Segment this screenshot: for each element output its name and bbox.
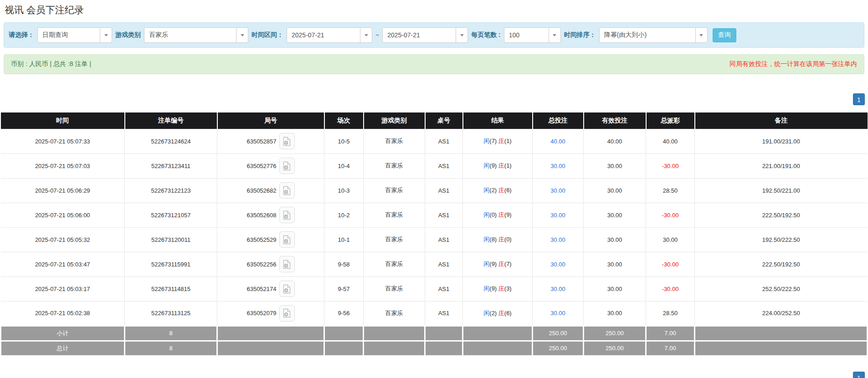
- player-label: 闲: [483, 187, 489, 194]
- round-id-text: 635052857: [247, 138, 276, 145]
- remark-cell: 222.50/192.50: [695, 252, 868, 276]
- query-type-select[interactable]: 日期查询: [37, 27, 112, 43]
- video-file-icon: [283, 186, 291, 195]
- currency-total-text: 币别 : 人民币 | 总共 :8 注单 |: [11, 60, 91, 68]
- player-label: 闲: [483, 138, 489, 144]
- table-row: 2025-07-21 05:07:03 522673123411 6350527…: [1, 153, 868, 178]
- bet-id-cell: 522673121057: [125, 203, 217, 227]
- subtotal-row: 小计 8 250.00 250.00 7.00: [1, 326, 868, 341]
- game-type-select[interactable]: 百家乐: [144, 27, 248, 43]
- bet-records-table: 时间 注单编号 局号 场次 游戏类别 桌号 结果 总投注 有效投注 总派彩 备注…: [0, 112, 868, 357]
- page-size-value: 100: [504, 31, 549, 39]
- video-replay-button[interactable]: [279, 133, 295, 149]
- banker-count: (6): [504, 310, 512, 317]
- total-bet-link[interactable]: 30.00: [533, 203, 584, 227]
- player-count: (9): [489, 285, 497, 292]
- page-size-select[interactable]: 100: [504, 27, 561, 43]
- date-to-caret-zone[interactable]: [456, 28, 467, 42]
- search-button[interactable]: 查询: [713, 28, 736, 42]
- video-replay-button[interactable]: [279, 256, 295, 272]
- total-bet-link[interactable]: 30.00: [533, 227, 584, 252]
- table-row: 2025-07-21 05:07:33 522673124624 6350528…: [1, 129, 868, 153]
- time-sort-select[interactable]: 降幂(由大到小): [599, 27, 708, 43]
- date-to-select[interactable]: 2025-07-21: [382, 27, 468, 43]
- payout-cell: 40.00: [646, 129, 695, 153]
- game-type-value: 百家乐: [144, 31, 236, 39]
- remark-cell: 192.50/222.50: [695, 227, 868, 252]
- table-no-cell: AS1: [425, 301, 463, 326]
- chevron-down-icon: [104, 34, 108, 36]
- result-cell: 闲(9) 庄(3): [463, 276, 533, 301]
- remark-cell: 222.50/192.50: [695, 203, 868, 227]
- valid-bet-cell: 30.00: [584, 276, 646, 301]
- player-count: (2): [489, 310, 497, 317]
- time-sort-caret-zone[interactable]: [695, 28, 707, 42]
- chevron-down-icon: [699, 34, 703, 36]
- video-replay-button[interactable]: [279, 207, 295, 223]
- empty-cell: [425, 341, 463, 356]
- table-no-cell: AS1: [425, 129, 463, 153]
- table-footer: 小计 8 250.00 250.00 7.00 总计 8 250.00 250.…: [1, 326, 868, 356]
- chevron-down-icon: [241, 34, 244, 36]
- total-bet-link[interactable]: 30.00: [533, 301, 584, 326]
- payout-cell: -30.00: [646, 276, 695, 301]
- payout-cell: -30.00: [646, 252, 695, 276]
- remark-cell: 224.00/252.50: [695, 301, 868, 326]
- session-cell: 10-4: [324, 153, 364, 178]
- game-type-cell: 百家乐: [364, 301, 425, 326]
- payout-cell: 30.00: [646, 227, 695, 252]
- video-replay-button[interactable]: [279, 281, 295, 297]
- empty-cell: [425, 326, 463, 341]
- table-no-cell: AS1: [425, 227, 463, 252]
- video-replay-button[interactable]: [279, 305, 295, 322]
- total-bet-link[interactable]: 30.00: [533, 252, 584, 276]
- total-bet-link[interactable]: 30.00: [533, 178, 584, 203]
- subtotal-valid-bet: 250.00: [584, 326, 646, 341]
- payout-cell: -30.00: [646, 203, 695, 227]
- banker-label: 庄: [498, 138, 504, 144]
- bet-id-cell: 522673123411: [125, 153, 217, 178]
- video-replay-button[interactable]: [279, 158, 295, 174]
- table-no-cell: AS1: [425, 252, 463, 276]
- game-type-cell: 百家乐: [364, 153, 425, 178]
- result-cell: 闲(0) 庄(9): [463, 203, 533, 227]
- date-from-select[interactable]: 2025-07-21: [287, 27, 372, 43]
- total-bet-link[interactable]: 30.00: [533, 276, 584, 301]
- banker-label: 庄: [498, 261, 504, 267]
- table-row: 2025-07-21 05:05:32 522673120011 6350525…: [1, 227, 868, 252]
- empty-cell: [324, 341, 364, 356]
- bet-id-cell: 522673115991: [125, 252, 217, 276]
- col-remark: 备注: [695, 112, 868, 129]
- empty-cell: [695, 341, 868, 356]
- video-replay-button[interactable]: [279, 182, 295, 199]
- time-cell: 2025-07-21 05:06:00: [1, 203, 125, 227]
- player-count: (7): [489, 138, 497, 144]
- time-cell: 2025-07-21 05:07:33: [1, 129, 125, 153]
- total-bet-link[interactable]: 40.00: [533, 129, 584, 153]
- query-type-caret-zone[interactable]: [100, 28, 112, 42]
- page-1-button[interactable]: 1: [853, 93, 865, 105]
- col-time: 时间: [1, 112, 125, 129]
- table-row: 2025-07-21 05:03:47 522673115991 6350522…: [1, 252, 868, 276]
- total-count: 8: [125, 341, 217, 356]
- empty-cell: [217, 326, 324, 341]
- total-valid-bet: 250.00: [584, 341, 646, 356]
- page-size-caret-zone[interactable]: [549, 28, 560, 42]
- player-label: 闲: [483, 236, 489, 243]
- player-count: (9): [489, 162, 497, 169]
- grand-total-row: 总计 8 250.00 250.00 7.00: [1, 341, 868, 356]
- date-from-caret-zone[interactable]: [360, 28, 372, 42]
- total-bet-link[interactable]: 30.00: [533, 153, 584, 178]
- page-1-button[interactable]: 1: [853, 372, 865, 378]
- remark-cell: 252.50/222.50: [695, 276, 868, 301]
- game-type-caret-zone[interactable]: [236, 28, 248, 42]
- player-label: 闲: [483, 285, 489, 292]
- subtotal-payout: 7.00: [646, 326, 695, 341]
- round-id-cell: 635052079: [217, 301, 324, 326]
- table-row: 2025-07-21 05:06:29 522673122123 6350526…: [1, 178, 868, 203]
- empty-cell: [364, 326, 425, 341]
- video-replay-button[interactable]: [279, 231, 295, 248]
- total-total-bet: 250.00: [533, 341, 584, 356]
- video-file-icon: [283, 308, 291, 318]
- banker-label: 庄: [498, 187, 504, 194]
